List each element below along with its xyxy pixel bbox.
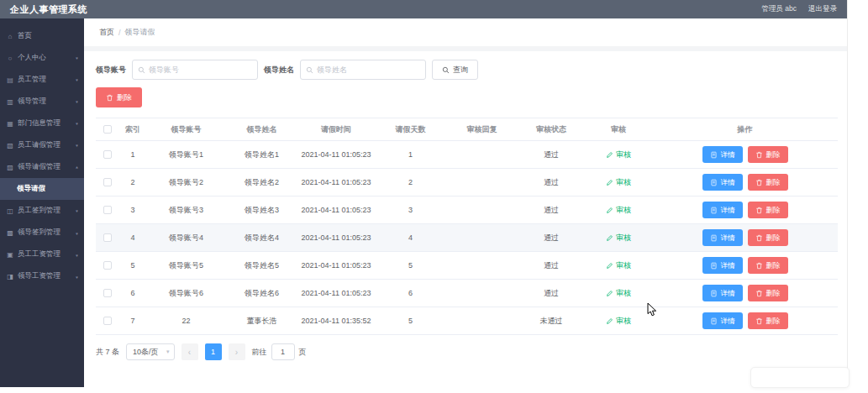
cell-index: 6 bbox=[119, 280, 146, 307]
cell-reply bbox=[446, 141, 518, 169]
account-input-box bbox=[132, 60, 258, 80]
cell-reply bbox=[446, 196, 518, 224]
page-size-select[interactable]: 10条/页 bbox=[126, 343, 175, 360]
prev-page-button[interactable] bbox=[181, 343, 198, 360]
current-user: 管理员 abc bbox=[761, 4, 797, 14]
cell-reply bbox=[446, 224, 518, 252]
cell-status: 通过 bbox=[518, 141, 585, 169]
sidebar-item-2[interactable]: ▤ 员工管理 ▾ bbox=[0, 69, 84, 91]
sidebar-item-9[interactable]: ▩ 领导签到管理 ▾ bbox=[0, 222, 84, 244]
sidebar-item-0[interactable]: ⌂ 首页 bbox=[0, 25, 84, 47]
cell-index: 2 bbox=[119, 169, 146, 196]
trash-icon bbox=[755, 207, 763, 214]
total-count: 共 7 条 bbox=[96, 347, 119, 358]
sidebar-item-10[interactable]: ▣ 员工工资管理 ▾ bbox=[0, 244, 84, 265]
sidebar-item-6[interactable]: ▨ 领导请假管理 ▾ bbox=[0, 156, 84, 178]
review-link[interactable]: 审核 bbox=[606, 233, 631, 244]
sidebar-item-3[interactable]: ▥ 领导管理 ▾ bbox=[0, 91, 84, 113]
cell-index: 3 bbox=[119, 196, 146, 224]
col-reply: 审核回复 bbox=[446, 118, 518, 141]
cell-account: 22 bbox=[146, 307, 226, 335]
review-link[interactable]: 审核 bbox=[606, 260, 631, 271]
leader-signin-icon: ▩ bbox=[6, 229, 14, 237]
main-area: 首页 / 领导请假 领导账号 领导姓名 bbox=[84, 18, 847, 387]
detail-button[interactable]: 详情 bbox=[702, 174, 743, 191]
detail-button[interactable]: 详情 bbox=[702, 229, 743, 246]
review-link[interactable]: 审核 bbox=[606, 177, 631, 188]
cell-days: 5 bbox=[375, 307, 446, 335]
table-row-5: 5 领导账号5 领导姓名5 2021-04-11 01:05:23 5 通过 审… bbox=[96, 252, 838, 280]
trash-icon bbox=[755, 151, 763, 159]
sidebar-item-8[interactable]: ◫ 员工签到管理 ▾ bbox=[0, 200, 84, 222]
leave-table: 索引 领导账号 领导姓名 请假时间 请假天数 审核回复 审核状态 审核 操作 1 bbox=[96, 118, 838, 335]
cell-account: 领导账号5 bbox=[146, 252, 226, 280]
search-toolbar: 领导账号 领导姓名 查询 bbox=[96, 60, 835, 80]
row-delete-button[interactable]: 删除 bbox=[748, 174, 788, 191]
user-icon: ○ bbox=[6, 55, 14, 62]
name-input[interactable] bbox=[317, 66, 420, 74]
sidebar-menu: ⌂ 首页 ○ 个人中心 ▾ ▤ 员工管理 ▾ ▥ 领导管理 ▾ ▦ 部门信息管理… bbox=[0, 18, 84, 387]
row-checkbox[interactable] bbox=[103, 206, 112, 214]
cell-account: 领导账号3 bbox=[146, 196, 226, 224]
row-delete-button[interactable]: 删除 bbox=[748, 257, 788, 274]
document-icon bbox=[710, 207, 718, 214]
chevron-down-icon: ▾ bbox=[76, 165, 78, 170]
select-all-checkbox[interactable] bbox=[103, 125, 112, 134]
account-label: 领导账号 bbox=[96, 65, 126, 76]
cell-days: 6 bbox=[375, 280, 446, 307]
sidebar-item-5[interactable]: ▧ 员工请假管理 ▾ bbox=[0, 134, 84, 156]
row-delete-button[interactable]: 删除 bbox=[748, 202, 788, 218]
cell-index: 1 bbox=[119, 141, 146, 169]
row-checkbox[interactable] bbox=[103, 261, 112, 270]
batch-delete-button[interactable]: 删除 bbox=[96, 87, 142, 107]
row-delete-button[interactable]: 删除 bbox=[748, 285, 788, 301]
leave-table-body: 1 领导账号1 领导姓名1 2021-04-11 01:05:23 1 通过 审… bbox=[96, 141, 838, 335]
goto-unit: 页 bbox=[299, 347, 307, 358]
goto-page-input[interactable] bbox=[271, 343, 295, 360]
cell-status: 通过 bbox=[518, 224, 585, 252]
detail-button[interactable]: 详情 bbox=[702, 202, 743, 218]
row-checkbox[interactable] bbox=[103, 233, 112, 242]
detail-button[interactable]: 详情 bbox=[702, 312, 743, 329]
detail-button[interactable]: 详情 bbox=[702, 285, 743, 301]
logout-link[interactable]: 退出登录 bbox=[808, 4, 837, 14]
sidebar-item-4[interactable]: ▦ 部门信息管理 ▾ bbox=[0, 113, 84, 134]
cell-days: 5 bbox=[375, 252, 446, 280]
breadcrumb-home[interactable]: 首页 bbox=[99, 27, 114, 38]
cell-index: 7 bbox=[119, 307, 146, 335]
sidebar-item-7[interactable]: 领导请假 bbox=[0, 178, 84, 200]
sidebar-item-11[interactable]: ◨ 领导工资管理 ▾ bbox=[0, 265, 84, 287]
chevron-down-icon: ▾ bbox=[76, 55, 78, 60]
cell-status: 通过 bbox=[518, 196, 585, 224]
review-link[interactable]: 审核 bbox=[606, 205, 631, 216]
review-link[interactable]: 审核 bbox=[606, 149, 631, 160]
row-checkbox[interactable] bbox=[103, 289, 112, 297]
row-delete-button[interactable]: 删除 bbox=[748, 146, 788, 163]
table-row-6: 6 领导账号6 领导姓名6 2021-04-11 01:05:23 6 通过 审… bbox=[96, 280, 838, 307]
search-button[interactable]: 查询 bbox=[432, 60, 478, 80]
cell-time: 2021-04-11 01:05:23 bbox=[297, 252, 375, 280]
detail-button[interactable]: 详情 bbox=[702, 146, 743, 163]
row-delete-button[interactable]: 删除 bbox=[748, 312, 788, 329]
trash-icon bbox=[755, 290, 763, 297]
cell-status: 未通过 bbox=[518, 307, 585, 335]
row-checkbox[interactable] bbox=[103, 178, 112, 186]
app-window: 企业人事管理系统 管理员 abc 退出登录 ⌂ 首页 ○ 个人中心 ▾ ▤ 员工… bbox=[0, 0, 848, 387]
cell-account: 领导账号4 bbox=[146, 224, 226, 252]
page-number-1[interactable]: 1 bbox=[205, 343, 222, 360]
next-page-button[interactable] bbox=[229, 343, 245, 360]
app-title: 企业人事管理系统 bbox=[10, 3, 87, 16]
document-icon bbox=[710, 179, 718, 186]
cell-reply bbox=[446, 280, 518, 307]
search-icon bbox=[138, 66, 145, 74]
detail-button[interactable]: 详情 bbox=[702, 257, 743, 274]
row-delete-button[interactable]: 删除 bbox=[748, 229, 788, 246]
cell-time: 2021-04-11 01:05:23 bbox=[297, 169, 375, 196]
cell-name: 领导姓名2 bbox=[226, 169, 297, 196]
review-link[interactable]: 审核 bbox=[606, 288, 631, 299]
row-checkbox[interactable] bbox=[103, 317, 112, 325]
review-link[interactable]: 审核 bbox=[606, 316, 631, 327]
row-checkbox[interactable] bbox=[103, 150, 112, 159]
account-input[interactable] bbox=[149, 66, 252, 74]
sidebar-item-1[interactable]: ○ 个人中心 ▾ bbox=[0, 47, 84, 69]
